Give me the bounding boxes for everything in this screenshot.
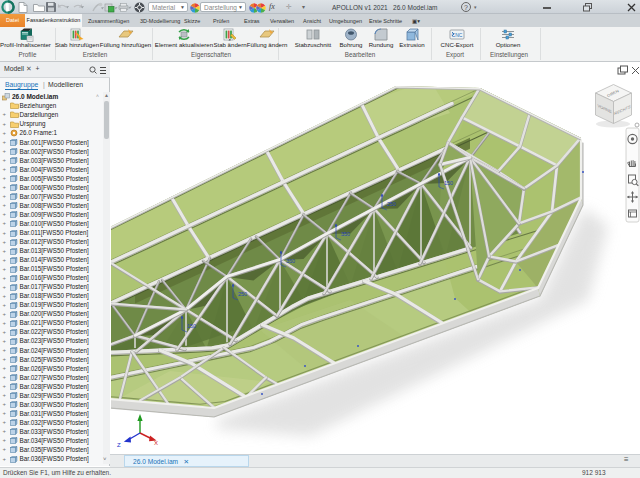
svg-text:350: 350 — [341, 231, 350, 237]
svg-text:Z: Z — [117, 442, 121, 448]
svg-text:350: 350 — [286, 258, 295, 264]
svg-text:X: X — [154, 440, 158, 446]
svg-text:250: 250 — [238, 291, 247, 297]
svg-text:150: 150 — [187, 323, 196, 329]
svg-text:250: 250 — [387, 201, 396, 207]
svg-text:150: 150 — [444, 180, 453, 186]
